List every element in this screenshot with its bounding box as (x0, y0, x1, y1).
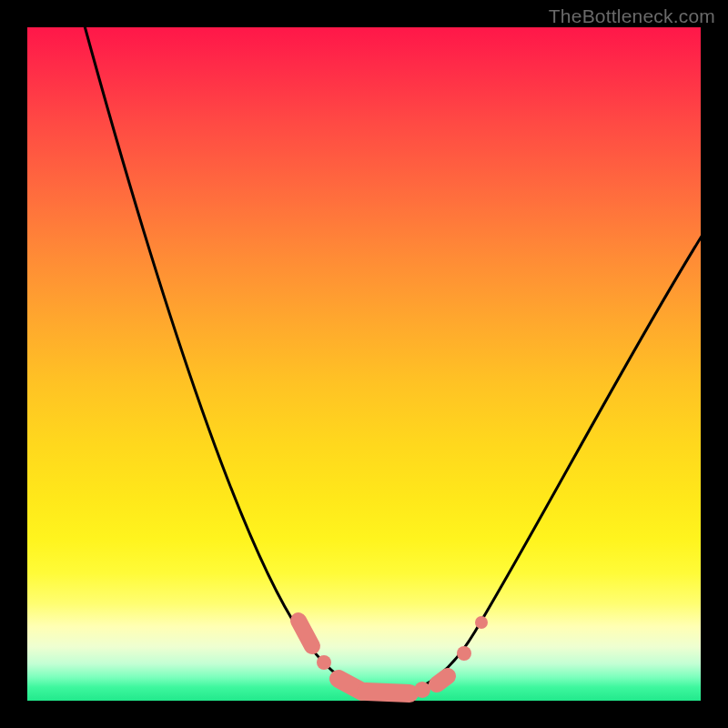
data-marker (457, 646, 471, 661)
watermark-text: TheBottleneck.com (549, 5, 715, 27)
data-marker (298, 621, 312, 646)
plot-area (27, 27, 701, 701)
data-marker (366, 692, 410, 693)
curve-layer (27, 27, 701, 701)
chart-frame: TheBottleneck.com (0, 0, 728, 728)
bottleneck-curve (84, 23, 703, 693)
data-marker (317, 655, 331, 670)
data-marker (414, 682, 430, 698)
data-marker (475, 616, 488, 629)
data-marker (437, 676, 448, 684)
